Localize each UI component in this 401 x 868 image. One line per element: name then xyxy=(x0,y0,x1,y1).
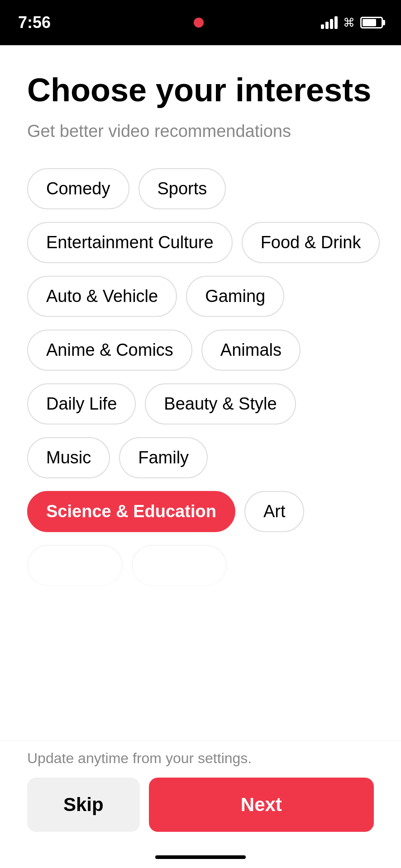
status-bar: 7:56 ⌘ xyxy=(0,0,401,45)
tags-row-6: Music Family xyxy=(27,437,374,478)
tag-gaming[interactable]: Gaming xyxy=(186,276,284,317)
wifi-icon: ⌘ xyxy=(343,16,355,30)
tags-row-5: Daily Life Beauty & Style xyxy=(27,383,374,425)
tags-row-2: Entertainment Culture Food & Drink xyxy=(27,222,374,263)
tags-row-1: Comedy Sports xyxy=(27,168,374,209)
status-time: 7:56 xyxy=(18,13,51,32)
tag-auto-vehicle[interactable]: Auto & Vehicle xyxy=(27,276,177,317)
tag-family[interactable]: Family xyxy=(119,437,208,478)
notch xyxy=(133,7,268,38)
tag-beauty-style[interactable]: Beauty & Style xyxy=(145,383,296,425)
camera-dot xyxy=(194,18,204,28)
action-buttons: Skip Next xyxy=(27,778,374,832)
page-title: Choose your interests xyxy=(27,72,374,108)
tags-fade xyxy=(27,562,374,599)
tag-entertainment-culture[interactable]: Entertainment Culture xyxy=(27,222,233,263)
battery-icon xyxy=(360,17,383,28)
main-content: Choose your interests Get better video r… xyxy=(0,45,401,599)
tags-area: Comedy Sports Entertainment Culture Food… xyxy=(27,168,374,586)
tags-row-3: Auto & Vehicle Gaming xyxy=(27,276,374,317)
tag-anime-comics[interactable]: Anime & Comics xyxy=(27,330,192,371)
tag-comedy[interactable]: Comedy xyxy=(27,168,129,209)
bottom-bar: Update anytime from your settings. Skip … xyxy=(0,741,401,868)
tag-daily-life[interactable]: Daily Life xyxy=(27,383,136,425)
skip-button[interactable]: Skip xyxy=(27,778,140,832)
home-indicator xyxy=(155,855,246,859)
update-note: Update anytime from your settings. xyxy=(27,750,374,767)
tag-art[interactable]: Art xyxy=(244,491,305,532)
signal-icon xyxy=(321,16,338,29)
next-button[interactable]: Next xyxy=(149,778,374,832)
tag-animals[interactable]: Animals xyxy=(201,330,301,371)
tags-row-4: Anime & Comics Animals xyxy=(27,330,374,371)
status-icons: ⌘ xyxy=(321,16,383,30)
page-subtitle: Get better video recommendations xyxy=(27,122,374,141)
tags-row-7: Science & Education Art xyxy=(27,491,374,532)
tag-music[interactable]: Music xyxy=(27,437,110,478)
tag-sports[interactable]: Sports xyxy=(138,168,226,209)
tag-food-drink[interactable]: Food & Drink xyxy=(242,222,380,263)
tag-science-education[interactable]: Science & Education xyxy=(27,491,235,532)
